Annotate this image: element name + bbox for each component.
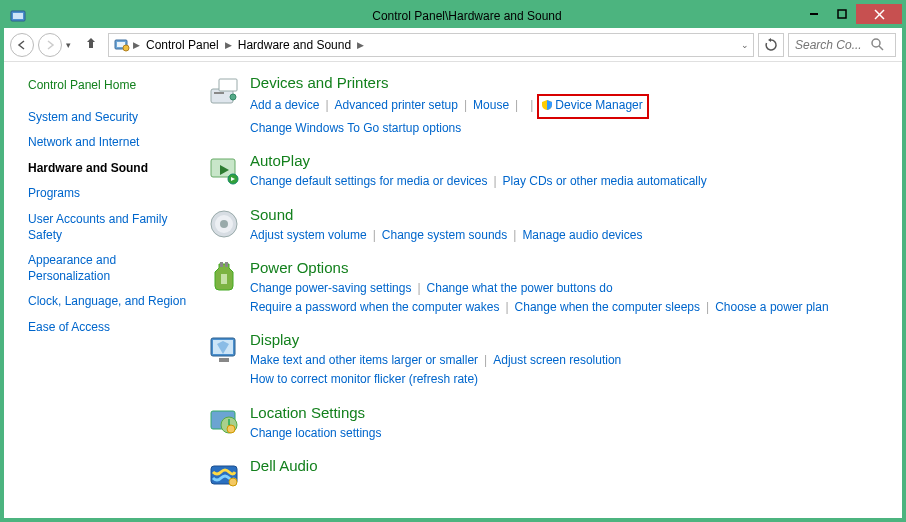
window-title: Control Panel\Hardware and Sound — [32, 9, 902, 23]
category-links: Make text and other items larger or smal… — [250, 351, 892, 389]
separator: | — [513, 228, 516, 242]
separator: | — [325, 98, 328, 112]
category-link[interactable]: Change what the power buttons do — [427, 281, 613, 295]
forward-button[interactable] — [38, 33, 62, 57]
svg-rect-3 — [838, 10, 846, 18]
category-title[interactable]: Devices and Printers — [250, 74, 892, 92]
breadcrumb-item[interactable]: Control Panel — [142, 38, 223, 52]
sidebar-item[interactable]: Clock, Language, and Region — [28, 294, 202, 310]
category-title[interactable]: Power Options — [250, 259, 892, 277]
minimize-button[interactable] — [800, 4, 828, 24]
svg-point-8 — [123, 45, 129, 51]
svg-rect-24 — [225, 262, 228, 267]
category-icon — [206, 152, 242, 188]
svg-rect-27 — [219, 358, 229, 362]
svg-rect-22 — [221, 274, 227, 284]
maximize-button[interactable] — [828, 4, 856, 24]
category-link[interactable]: How to correct monitor flicker (refresh … — [250, 372, 478, 386]
svg-rect-12 — [214, 92, 224, 94]
category: Location SettingsChange location setting… — [206, 404, 892, 443]
category-links: Change location settings — [250, 424, 892, 443]
category-links: Change power-saving settings|Change what… — [250, 279, 892, 317]
svg-point-14 — [230, 94, 236, 100]
category: Dell Audio — [206, 457, 892, 493]
svg-point-30 — [227, 425, 235, 433]
category-title[interactable]: Display — [250, 331, 892, 349]
category-icon — [206, 74, 242, 110]
search-input[interactable] — [793, 37, 871, 53]
category-link[interactable]: Advanced printer setup — [335, 98, 458, 112]
category-icon — [206, 206, 242, 242]
svg-rect-23 — [220, 262, 223, 267]
separator: | — [515, 98, 518, 112]
refresh-button[interactable] — [758, 33, 784, 57]
chevron-right-icon[interactable]: ▶ — [225, 40, 232, 50]
category: SoundAdjust system volume|Change system … — [206, 206, 892, 245]
svg-line-10 — [879, 46, 883, 50]
category-icon — [206, 457, 242, 493]
category-icon — [206, 331, 242, 367]
sidebar-item[interactable]: Appearance and Personalization — [28, 253, 202, 284]
category-title[interactable]: Dell Audio — [250, 457, 892, 475]
sidebar-item[interactable]: Ease of Access — [28, 320, 202, 336]
navigation-toolbar: ▾ ▶ Control Panel ▶ Hardware and Sound ▶… — [4, 28, 902, 62]
category-link[interactable]: Change Windows To Go startup options — [250, 121, 461, 135]
category: Power OptionsChange power-saving setting… — [206, 259, 892, 317]
category-link[interactable]: Adjust screen resolution — [493, 353, 621, 367]
svg-point-21 — [220, 220, 228, 228]
sidebar-item[interactable]: Network and Internet — [28, 135, 202, 151]
category-link[interactable]: Add a device — [250, 98, 319, 112]
search-icon — [871, 38, 884, 51]
separator: | — [530, 98, 533, 112]
separator: | — [505, 300, 508, 314]
category-link[interactable]: Manage audio devices — [522, 228, 642, 242]
svg-rect-1 — [13, 13, 23, 19]
category-link[interactable]: Adjust system volume — [250, 228, 367, 242]
separator: | — [417, 281, 420, 295]
category-link[interactable]: Change system sounds — [382, 228, 507, 242]
category-link[interactable]: Change default settings for media or dev… — [250, 174, 487, 188]
close-button[interactable] — [856, 4, 902, 24]
separator: | — [493, 174, 496, 188]
category-link[interactable]: Require a password when the computer wak… — [250, 300, 499, 314]
svg-point-9 — [872, 39, 880, 47]
sidebar-item[interactable]: System and Security — [28, 110, 202, 126]
sidebar-item[interactable]: Hardware and Sound — [28, 161, 202, 177]
chevron-down-icon[interactable]: ⌄ — [741, 40, 749, 50]
category-link[interactable]: Change location settings — [250, 426, 381, 440]
chevron-right-icon[interactable]: ▶ — [133, 40, 140, 50]
content-area: Devices and PrintersAdd a device|Advance… — [202, 62, 902, 518]
category-title[interactable]: Sound — [250, 206, 892, 224]
category: AutoPlayChange default settings for medi… — [206, 152, 892, 191]
chevron-right-icon[interactable]: ▶ — [357, 40, 364, 50]
breadcrumb-item[interactable]: Hardware and Sound — [234, 38, 355, 52]
category-link[interactable]: Mouse — [473, 98, 509, 112]
category-title[interactable]: AutoPlay — [250, 152, 892, 170]
category-link[interactable]: Change power-saving settings — [250, 281, 411, 295]
category-link[interactable]: Change when the computer sleeps — [515, 300, 700, 314]
category-icon — [206, 404, 242, 440]
up-button[interactable] — [82, 36, 100, 53]
back-button[interactable] — [10, 33, 34, 57]
control-panel-icon — [10, 8, 26, 24]
separator: | — [373, 228, 376, 242]
category-link[interactable]: Make text and other items larger or smal… — [250, 353, 478, 367]
category-link[interactable]: Choose a power plan — [715, 300, 828, 314]
category-link[interactable]: Device Manager — [541, 98, 642, 112]
search-box[interactable] — [788, 33, 896, 57]
titlebar: Control Panel\Hardware and Sound — [4, 4, 902, 28]
breadcrumb[interactable]: ▶ Control Panel ▶ Hardware and Sound ▶ ⌄ — [108, 33, 754, 57]
sidebar-item[interactable]: User Accounts and Family Safety — [28, 212, 202, 243]
category-links: Adjust system volume|Change system sound… — [250, 226, 892, 245]
control-panel-small-icon — [113, 37, 131, 53]
separator: | — [706, 300, 709, 314]
category-title[interactable]: Location Settings — [250, 404, 892, 422]
category-icon — [206, 259, 242, 295]
svg-point-32 — [229, 478, 237, 486]
category-link[interactable]: Play CDs or other media automatically — [503, 174, 707, 188]
control-panel-home-link[interactable]: Control Panel Home — [28, 78, 202, 94]
sidebar-item[interactable]: Programs — [28, 186, 202, 202]
nav-history-dropdown[interactable]: ▾ — [66, 40, 78, 50]
category-links: Change default settings for media or dev… — [250, 172, 892, 191]
shield-icon — [541, 98, 553, 110]
